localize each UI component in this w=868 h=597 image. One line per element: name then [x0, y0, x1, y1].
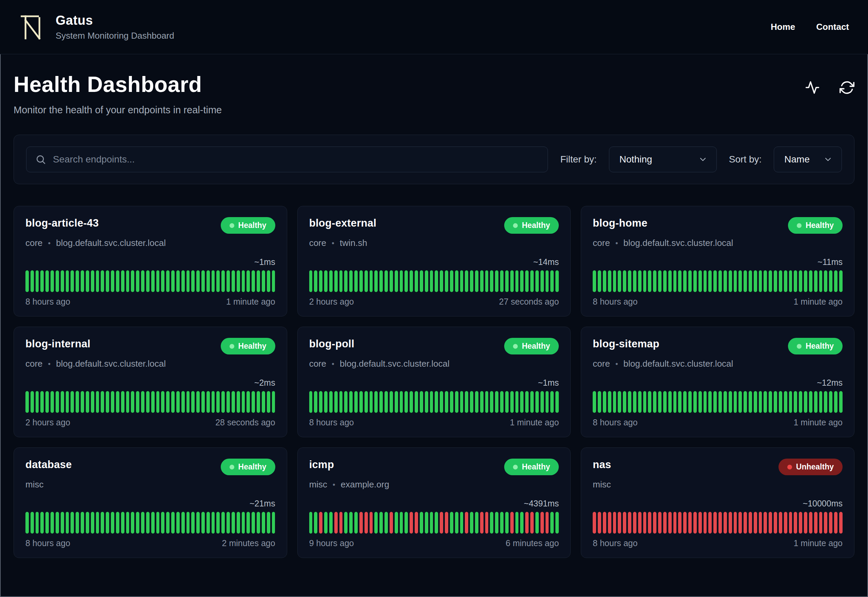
uptime-bar-success[interactable]: [648, 270, 651, 292]
uptime-bar-success[interactable]: [246, 270, 250, 292]
uptime-bar-success[interactable]: [613, 270, 616, 292]
uptime-bar-success[interactable]: [212, 512, 215, 533]
uptime-bar-success[interactable]: [774, 270, 777, 292]
uptime-bar-success[interactable]: [314, 512, 317, 533]
uptime-bar-success[interactable]: [339, 270, 343, 292]
uptime-bar-success[interactable]: [500, 270, 504, 292]
uptime-bar-success[interactable]: [404, 270, 408, 292]
uptime-bar-success[interactable]: [465, 270, 468, 292]
uptime-bar-success[interactable]: [329, 512, 333, 533]
uptime-bar-success[interactable]: [555, 391, 559, 413]
uptime-bar-success[interactable]: [31, 391, 34, 413]
uptime-bar-success[interactable]: [698, 270, 702, 292]
uptime-bar-success[interactable]: [385, 270, 388, 292]
uptime-bar-success[interactable]: [550, 391, 554, 413]
uptime-bar-success[interactable]: [480, 391, 483, 413]
uptime-bar-success[interactable]: [814, 270, 818, 292]
uptime-bar-success[interactable]: [206, 391, 210, 413]
uptime-bar-failure[interactable]: [445, 512, 448, 533]
uptime-bar-success[interactable]: [608, 391, 611, 413]
uptime-bar-success[interactable]: [379, 270, 383, 292]
uptime-bar-failure[interactable]: [789, 512, 792, 533]
uptime-bar-success[interactable]: [131, 391, 134, 413]
uptime-bar-failure[interactable]: [729, 512, 732, 533]
uptime-bar-failure[interactable]: [465, 512, 468, 533]
uptime-bar-success[interactable]: [779, 391, 782, 413]
uptime-bar-success[interactable]: [252, 391, 255, 413]
uptime-bar-success[interactable]: [161, 391, 164, 413]
uptime-bar-success[interactable]: [769, 270, 772, 292]
uptime-bar-success[interactable]: [40, 391, 44, 413]
uptime-bar-success[interactable]: [36, 512, 39, 533]
uptime-bar-failure[interactable]: [339, 512, 343, 533]
uptime-bar-success[interactable]: [379, 391, 383, 413]
uptime-bar-success[interactable]: [495, 270, 498, 292]
uptime-bar-success[interactable]: [729, 391, 732, 413]
uptime-bar-success[interactable]: [704, 270, 707, 292]
uptime-bar-success[interactable]: [181, 512, 185, 533]
uptime-bar-success[interactable]: [267, 512, 270, 533]
uptime-bar-success[interactable]: [71, 391, 74, 413]
uptime-bar-success[interactable]: [485, 391, 489, 413]
uptime-bar-success[interactable]: [86, 512, 89, 533]
uptime-bar-success[interactable]: [643, 391, 647, 413]
uptime-bar-failure[interactable]: [829, 512, 832, 533]
uptime-bar-success[interactable]: [272, 270, 276, 292]
uptime-bar-success[interactable]: [814, 391, 818, 413]
uptime-bar-success[interactable]: [196, 512, 200, 533]
uptime-bar-success[interactable]: [36, 391, 39, 413]
uptime-bar-success[interactable]: [445, 391, 448, 413]
uptime-bar-success[interactable]: [131, 512, 134, 533]
uptime-bar-success[interactable]: [708, 270, 712, 292]
uptime-bar-success[interactable]: [395, 270, 398, 292]
uptime-bar-success[interactable]: [545, 391, 549, 413]
uptime-bar-success[interactable]: [824, 270, 827, 292]
uptime-bar-success[interactable]: [171, 270, 175, 292]
uptime-bar-success[interactable]: [40, 270, 44, 292]
uptime-bar-success[interactable]: [698, 391, 702, 413]
uptime-bar-success[interactable]: [839, 270, 843, 292]
uptime-bar-failure[interactable]: [824, 512, 827, 533]
uptime-bar-success[interactable]: [329, 391, 333, 413]
uptime-bar-success[interactable]: [216, 512, 220, 533]
uptime-bar-success[interactable]: [161, 270, 164, 292]
uptime-bar-success[interactable]: [530, 391, 534, 413]
uptime-bar-success[interactable]: [76, 512, 79, 533]
uptime-bar-success[interactable]: [216, 270, 220, 292]
endpoint-card[interactable]: blog-sitemap Healthy core • blog.default…: [581, 327, 855, 437]
uptime-bar-success[interactable]: [435, 270, 438, 292]
uptime-bar-success[interactable]: [101, 270, 104, 292]
uptime-bar-success[interactable]: [25, 391, 29, 413]
uptime-bar-success[interactable]: [227, 270, 230, 292]
uptime-bar-success[interactable]: [166, 270, 170, 292]
uptime-bar-success[interactable]: [309, 270, 313, 292]
uptime-bar-success[interactable]: [56, 512, 59, 533]
uptime-bar-failure[interactable]: [359, 512, 363, 533]
uptime-bar-success[interactable]: [161, 512, 164, 533]
uptime-bar-success[interactable]: [227, 512, 230, 533]
uptime-bar-success[interactable]: [191, 270, 195, 292]
uptime-bar-failure[interactable]: [319, 512, 323, 533]
uptime-bar-success[interactable]: [618, 391, 621, 413]
uptime-bar-success[interactable]: [520, 391, 523, 413]
uptime-bar-success[interactable]: [404, 512, 408, 533]
uptime-bar-success[interactable]: [257, 512, 260, 533]
uptime-bar-failure[interactable]: [370, 512, 373, 533]
uptime-bar-success[interactable]: [272, 391, 276, 413]
uptime-bar-success[interactable]: [50, 270, 54, 292]
uptime-bar-success[interactable]: [166, 391, 170, 413]
uptime-bar-success[interactable]: [819, 391, 822, 413]
uptime-bar-success[interactable]: [794, 391, 797, 413]
uptime-bar-success[interactable]: [319, 391, 323, 413]
uptime-bar-success[interactable]: [136, 391, 139, 413]
uptime-bar-success[interactable]: [61, 391, 64, 413]
uptime-bar-success[interactable]: [101, 391, 104, 413]
uptime-bar-success[interactable]: [146, 391, 150, 413]
uptime-bar-success[interactable]: [450, 391, 453, 413]
uptime-bar-success[interactable]: [81, 270, 84, 292]
endpoint-card[interactable]: blog-internal Healthy core • blog.defaul…: [13, 327, 287, 437]
uptime-bar-success[interactable]: [535, 270, 539, 292]
uptime-bar-success[interactable]: [66, 512, 69, 533]
uptime-bar-success[interactable]: [520, 512, 523, 533]
uptime-bar-success[interactable]: [262, 270, 265, 292]
